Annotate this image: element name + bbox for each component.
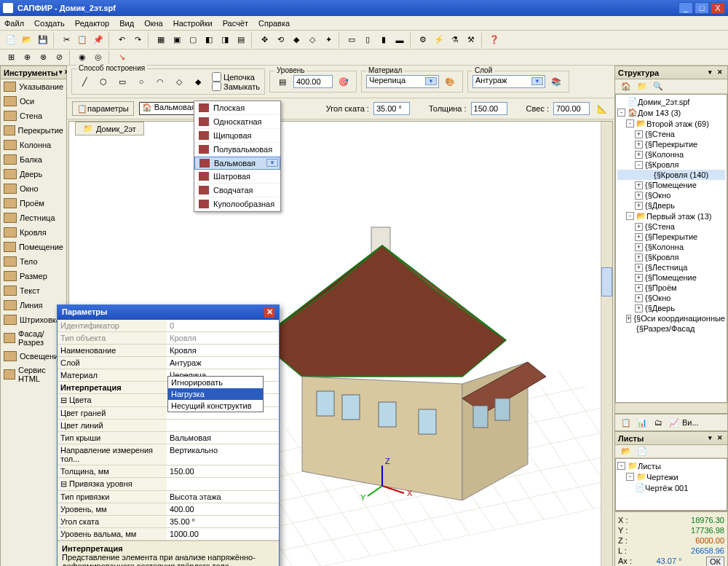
roof-opt-Куполообразная[interactable]: Куполообразная [194,197,280,211]
tb-paste[interactable]: 📌 [91,33,106,47]
menu-help[interactable]: Справка [258,19,290,28]
tb-i1[interactable]: ▦ [154,33,168,47]
tree-Второй этаж (69)[interactable]: -📂 Второй этаж (69) [617,118,725,129]
method-arc[interactable]: ◠ [153,74,167,89]
tb-w4[interactable]: ▬ [392,33,407,47]
method-poly[interactable]: ⬡ [96,74,111,89]
tree-Кровля[interactable]: +{§ Кровля [617,252,725,262]
snap-1[interactable]: ⊞ [4,50,18,65]
roof-opt-Односкатная[interactable]: Односкатная [194,115,280,129]
roof-opt-Плоская[interactable]: Плоская [194,101,280,115]
tab-2[interactable]: 📊 [635,415,649,430]
tb-c4[interactable]: ⚒ [464,33,478,47]
param-row-Слой[interactable]: СлойАнтураж [58,357,279,369]
tb-i6[interactable]: ▤ [234,33,248,47]
tb-move[interactable]: ✥ [257,33,272,47]
str-t2[interactable]: 📁 [635,79,649,94]
tool-балка[interactable]: Балка [1,152,66,167]
level-pick[interactable]: 🎯 [336,74,351,89]
tb-cut[interactable]: ✂ [59,33,74,47]
tree-Домик_2эт.spf[interactable]: 📄 Домик_2эт.spf [617,96,725,107]
tool-дверь[interactable]: Дверь [1,167,66,181]
tb-h1[interactable]: ❓ [487,33,502,47]
tree-Перекрытие[interactable]: +{§ Перекрытие [617,232,725,242]
tool-размер[interactable]: Размер [1,269,66,283]
param-row-Идентификатор[interactable]: Идентификатор0 [58,320,279,332]
tree-Стена[interactable]: +{§ Стена [617,221,725,232]
tree-Окно[interactable]: +{§ Окно [617,190,725,200]
overhang-tool[interactable]: 📐 [595,101,609,116]
layer-btn[interactable]: 📚 [549,74,563,89]
params-button[interactable]: 📋 параметры [72,101,134,116]
overhang-input[interactable] [553,102,590,115]
viewport-tab[interactable]: 📁 Домик_2эт [75,122,144,135]
tool-проём[interactable]: Проём [1,196,66,211]
menu-file[interactable]: Файл [4,19,24,28]
structure-tree[interactable]: 📄 Домик_2эт.spf-🏠 Дом 143 (3)-📂 Второй э… [615,94,727,403]
snap-4[interactable]: ⊘ [52,50,66,65]
param-row-Тип объекта[interactable]: Тип объектаКровля [58,332,279,345]
sh-t2[interactable]: 📄 [635,444,649,459]
sh-t1[interactable]: 📂 [619,444,633,459]
snap-5[interactable]: ◉ [75,50,90,65]
tool-кровля[interactable]: Кровля [1,225,66,240]
tb-w1[interactable]: ▭ [344,33,359,47]
menu-editor[interactable]: Редактор [75,19,109,28]
tree-Перекрытие[interactable]: +{§ Перекрытие [617,139,725,149]
pin-icon[interactable]: ▾ [59,68,63,77]
tb-e3[interactable]: ✦ [321,33,336,47]
tb-w2[interactable]: ▯ [360,33,375,47]
tab-4[interactable]: 📈 [667,415,681,430]
tree-Дверь[interactable]: +{§ Дверь [617,303,725,313]
snap-6[interactable]: ◎ [91,50,106,65]
material-select[interactable]: Черепица [366,75,439,88]
menu-windows[interactable]: Окна [144,19,163,28]
tree-Проём[interactable]: +{§ Проём [617,283,725,293]
sh-close[interactable]: ✕ [716,434,724,443]
view-tab[interactable]: Ви... [682,418,699,427]
layer-select[interactable]: Антураж [472,75,545,88]
interp-opt-ignore[interactable]: Игнорировать [168,377,263,388]
close-button[interactable]: X [711,2,725,14]
tb-w3[interactable]: ▮ [376,33,391,47]
level-icon[interactable]: ▤ [275,74,290,89]
menu-view[interactable]: Вид [119,19,134,28]
str-t3[interactable]: 🔍 [651,79,665,94]
tb-i4[interactable]: ◧ [202,33,216,47]
tool-стена[interactable]: Стена [1,109,66,123]
interp-opt-struct[interactable]: Несущий конструктив [168,400,263,412]
tree-Колонна[interactable]: +{§ Колонна [617,242,725,252]
slope-input[interactable] [373,102,410,115]
dialog-close-button[interactable]: ✕ [264,307,274,318]
tb-c2[interactable]: ⚡ [432,33,446,47]
method-rect[interactable]: ▭ [115,74,130,89]
param-row-Наименование[interactable]: НаименованиеКровля [58,345,279,357]
tree-Помещение[interactable]: +{§ Помещение [617,272,725,283]
tb-i3[interactable]: ▢ [186,33,200,47]
maximize-button[interactable]: □ [695,2,709,14]
snap-2[interactable]: ⊕ [20,50,34,65]
tb-copy[interactable]: 📋 [75,33,90,47]
tree-Кровля (140)[interactable]: {§ Кровля (140) [617,170,725,180]
roof-opt-Вальмовая[interactable]: Вальмовая [194,157,280,170]
tb-e1[interactable]: ◆ [289,33,304,47]
str-pin[interactable]: ▾ [705,68,714,77]
param-row-Цвет линий[interactable]: Цвет линий [58,420,279,432]
method-line[interactable]: ╱ [77,74,92,89]
tb-i5[interactable]: ◨ [218,33,232,47]
tool-перекрытие[interactable]: Перекрытие [1,123,66,138]
method-circ[interactable]: ○ [134,74,149,89]
tool-окно[interactable]: Окно [1,181,66,196]
tb-open[interactable]: 📂 [20,33,34,47]
tree-Дом 143 (3)[interactable]: -🏠 Дом 143 (3) [617,107,725,118]
tool-оси[interactable]: Оси [1,94,66,109]
tree-Дверь[interactable]: +{§ Дверь [617,200,725,211]
param-row-Направление измерения тол...[interactable]: Направление измерения тол...Вертикально [58,444,279,465]
chain-checkbox[interactable] [212,72,221,82]
sh-pin[interactable]: ▾ [705,434,714,443]
tree-Помещение[interactable]: +{§ Помещение [617,180,725,190]
tree-Лестница[interactable]: +{§ Лестница [617,262,725,272]
param-row-Тип привязки[interactable]: Тип привязкиВысота этажа [58,491,279,503]
method-sp1[interactable]: ◇ [172,74,186,89]
tree-Колонна[interactable]: +{§ Колонна [617,149,725,160]
